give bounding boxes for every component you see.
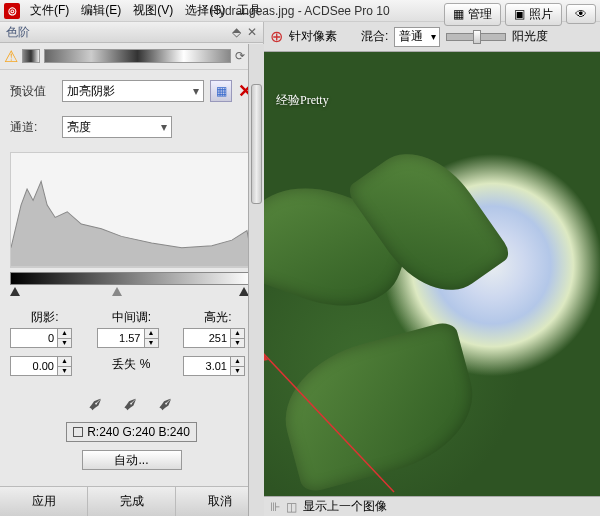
- done-button[interactable]: 完成: [88, 487, 176, 516]
- menu-file[interactable]: 文件(F): [24, 2, 75, 19]
- photo-tab[interactable]: ▣照片: [505, 3, 562, 26]
- loss-label: 丢失 %: [97, 356, 167, 373]
- black-eyedropper[interactable]: ✒: [82, 390, 111, 419]
- shadow-label: 阴影:: [10, 309, 80, 326]
- levels-panel: 色阶 ⬘ ✕ ⚠ ⟳ ⊘ 预设值 加亮阴影 ▦ ✕ 通道: 亮度: [0, 22, 264, 516]
- histogram: [10, 152, 253, 268]
- white-eyedropper[interactable]: ✒: [152, 390, 181, 419]
- manage-tab[interactable]: ▦管理: [444, 3, 501, 26]
- channel-label: 通道:: [10, 119, 62, 136]
- midtone-slider[interactable]: [112, 287, 122, 296]
- save-preset-button[interactable]: ▦: [210, 80, 232, 102]
- refresh-icon[interactable]: ⟳: [235, 49, 245, 63]
- blend-combo[interactable]: 普通: [394, 27, 440, 47]
- watermark-text: 经验Pretty: [276, 60, 329, 115]
- close-icon[interactable]: ✕: [247, 25, 257, 39]
- app-logo: ◎: [4, 3, 20, 19]
- menu-edit[interactable]: 编辑(E): [75, 2, 127, 19]
- eye-icon: 👁: [575, 7, 587, 21]
- gradient-preview: [44, 49, 231, 63]
- sample-swatch: [73, 427, 83, 437]
- gradient-strip: [10, 272, 253, 286]
- highlight-input[interactable]: ▲▼: [183, 328, 253, 348]
- menu-view[interactable]: 视图(V): [127, 2, 179, 19]
- target-icon[interactable]: ⊕: [270, 27, 283, 46]
- gray-eyedropper[interactable]: ✒: [117, 390, 146, 419]
- preset-thumb-icon[interactable]: [22, 49, 40, 63]
- warning-icon: ⚠: [4, 47, 18, 66]
- apply-button[interactable]: 应用: [0, 487, 88, 516]
- image-canvas[interactable]: 经验Pretty: [264, 52, 600, 496]
- output-black-input[interactable]: ▲▼: [10, 356, 80, 376]
- rgb-readout: R:240 G:240 B:240: [66, 422, 197, 442]
- status-text: 显示上一个图像: [303, 498, 387, 515]
- shadow-input[interactable]: ▲▼: [10, 328, 80, 348]
- photo-icon: ▣: [514, 7, 525, 21]
- panel-toolbar: ⚠ ⟳ ⊘: [0, 43, 263, 70]
- pin-icon[interactable]: ⬘: [232, 25, 241, 39]
- highlight-label: 高光:: [183, 309, 253, 326]
- menu-tools[interactable]: 工具: [231, 2, 267, 19]
- panel-scrollbar[interactable]: [248, 44, 264, 516]
- opacity-slider[interactable]: [446, 33, 506, 41]
- midtone-input[interactable]: ▲▼: [97, 328, 167, 348]
- status-bar: ⊪ ◫ 显示上一个图像: [264, 496, 600, 516]
- menu-select[interactable]: 选择(S): [179, 2, 231, 19]
- blend-label: 混合:: [361, 28, 388, 45]
- preset-combo[interactable]: 加亮阴影: [62, 80, 204, 102]
- target-label: 针对像素: [289, 28, 337, 45]
- shadow-slider[interactable]: [10, 287, 20, 296]
- histogram-icon[interactable]: ⊪: [270, 500, 280, 514]
- panel-title: 色阶: [6, 24, 30, 41]
- preset-label: 预设值: [10, 83, 62, 100]
- svg-marker-0: [11, 182, 252, 267]
- disk-icon: ▦: [216, 84, 227, 98]
- scrollbar-thumb[interactable]: [251, 84, 262, 204]
- channel-combo[interactable]: 亮度: [62, 116, 172, 138]
- midtone-label: 中间调:: [97, 309, 167, 326]
- exposure-label: 阳光度: [512, 28, 548, 45]
- auto-button[interactable]: 自动...: [82, 450, 182, 470]
- level-sliders[interactable]: Z: [10, 287, 253, 299]
- output-white-input[interactable]: ▲▼: [183, 356, 253, 376]
- view-tab[interactable]: 👁: [566, 4, 596, 24]
- split-icon[interactable]: ◫: [286, 500, 297, 514]
- grid-icon: ▦: [453, 7, 464, 21]
